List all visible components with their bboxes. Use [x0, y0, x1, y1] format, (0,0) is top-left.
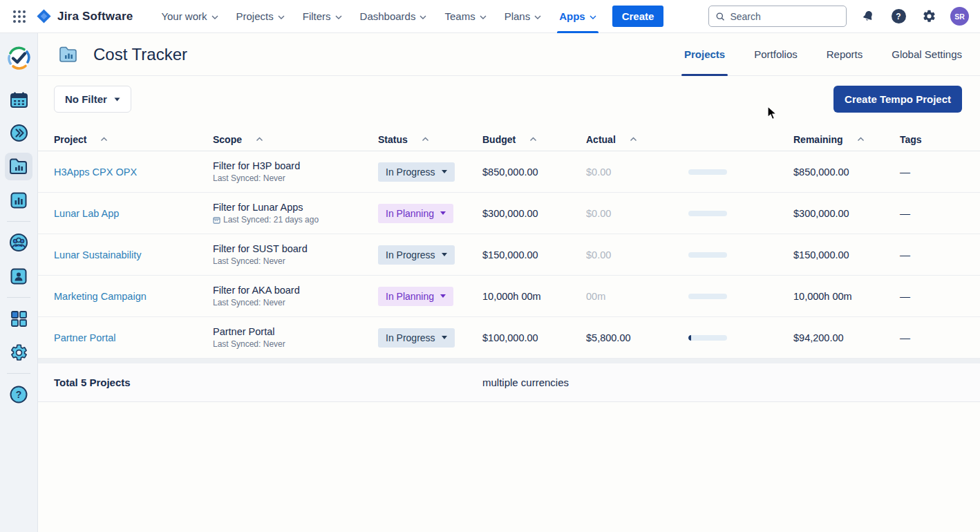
- sort-asc-icon: [422, 137, 429, 142]
- app-switcher-icon[interactable]: [8, 6, 30, 28]
- create-button[interactable]: Create: [612, 6, 664, 27]
- project-link[interactable]: Partner Portal: [54, 332, 115, 343]
- my-work-chevrons-icon[interactable]: [5, 119, 32, 146]
- budget-cell: $300,000.00: [482, 208, 586, 219]
- tags-cell: —: [900, 166, 980, 178]
- tempo-sidebar: ?: [0, 33, 38, 532]
- teams-icon[interactable]: [5, 229, 32, 256]
- budget-total-note: multiple currencies: [482, 377, 600, 388]
- sort-asc-icon: [256, 137, 263, 142]
- remaining-cell: $150,000.00: [793, 249, 900, 260]
- project-link[interactable]: Lunar Lab App: [54, 208, 119, 219]
- accounts-icon[interactable]: [5, 263, 32, 290]
- jira-logo[interactable]: Jira Software: [36, 8, 133, 24]
- tab-projects[interactable]: Projects: [684, 33, 725, 76]
- tab-reports[interactable]: Reports: [827, 33, 863, 76]
- col-header-tags: Tags: [900, 134, 980, 145]
- sort-asc-icon: [857, 137, 865, 142]
- caret-down-icon: [442, 253, 447, 256]
- tags-cell: —: [900, 290, 980, 302]
- sort-asc-icon: [100, 137, 108, 142]
- search-input[interactable]: [730, 11, 839, 22]
- reports-chart-icon[interactable]: [5, 187, 32, 214]
- col-header-status[interactable]: Status: [378, 134, 482, 145]
- col-header-scope[interactable]: Scope: [213, 134, 378, 145]
- chevron-down-icon: [420, 15, 426, 19]
- sidebar-help-icon[interactable]: ?: [5, 381, 32, 408]
- nav-apps[interactable]: Apps: [550, 0, 605, 33]
- toolbar: No Filter Create Tempo Project: [38, 76, 980, 113]
- page-title: Cost Tracker: [93, 45, 187, 64]
- tab-portfolios[interactable]: Portfolios: [754, 33, 798, 76]
- status-dropdown[interactable]: In Progress: [378, 245, 455, 265]
- progress-bar: [688, 294, 727, 299]
- tags-cell: —: [900, 207, 980, 219]
- product-name: Jira Software: [57, 10, 133, 23]
- chevron-down-icon: [278, 15, 285, 19]
- remaining-cell: $94,200.00: [793, 332, 900, 343]
- scope-cell: Filter for AKA board Last Synced: Never: [213, 285, 378, 307]
- table-row: Partner Portal Partner Portal Last Synce…: [38, 317, 980, 359]
- status-dropdown[interactable]: In Progress: [378, 328, 455, 348]
- help-icon[interactable]: ?: [889, 8, 907, 26]
- apps-grid-icon[interactable]: [5, 305, 32, 332]
- primary-nav: Your work Projects Filters Dashboards Te…: [152, 0, 605, 33]
- scope-cell: Filter for SUST board Last Synced: Never: [213, 243, 378, 266]
- create-tempo-project-button[interactable]: Create Tempo Project: [833, 86, 962, 113]
- filter-dropdown[interactable]: No Filter: [54, 86, 131, 113]
- actual-cell: $0.00: [586, 208, 688, 219]
- nav-filters[interactable]: Filters: [294, 0, 351, 33]
- sidebar-divider: [7, 221, 30, 222]
- status-dropdown[interactable]: In Planning: [378, 287, 453, 306]
- budget-cell: $150,000.00: [482, 249, 586, 260]
- user-avatar[interactable]: SR: [950, 7, 969, 26]
- global-search[interactable]: [708, 6, 847, 27]
- project-link[interactable]: H3Apps CPX OPX: [54, 167, 137, 178]
- col-header-project[interactable]: Project: [54, 134, 213, 145]
- table-row: Marketing Campaign Filter for AKA board …: [38, 276, 980, 317]
- top-navigation-bar: Jira Software Your work Projects Filters…: [0, 0, 980, 33]
- search-icon: [716, 12, 724, 21]
- scope-cell: Filter for Lunar Apps Last Synced: 21 da…: [213, 202, 378, 225]
- tags-cell: —: [900, 332, 980, 343]
- nav-dashboards[interactable]: Dashboards: [351, 0, 436, 33]
- col-header-budget[interactable]: Budget: [482, 134, 586, 145]
- main-content: Cost Tracker Projects Portfolios Reports…: [38, 33, 980, 532]
- tempo-logo-icon[interactable]: [5, 44, 32, 72]
- project-link[interactable]: Lunar Sustainability: [54, 249, 142, 260]
- status-dropdown[interactable]: In Progress: [378, 162, 455, 182]
- calendar-icon[interactable]: [5, 86, 32, 114]
- cost-tracker-projects-icon[interactable]: [5, 153, 32, 180]
- caret-down-icon: [442, 170, 447, 173]
- progress-bar: [688, 252, 727, 258]
- scope-cell: Partner Portal Last Synced: Never: [213, 326, 378, 349]
- notifications-bell-icon[interactable]: [859, 8, 877, 26]
- sidebar-settings-gear-icon[interactable]: [5, 339, 32, 366]
- projects-table: Project Scope Status Budget Actual Remai…: [38, 128, 980, 402]
- remaining-cell: $300,000.00: [793, 208, 900, 219]
- settings-gear-icon[interactable]: [920, 8, 938, 26]
- caret-down-icon: [442, 336, 447, 339]
- table-header-row: Project Scope Status Budget Actual Remai…: [38, 128, 980, 151]
- sync-calendar-icon: [213, 216, 220, 224]
- table-row: Lunar Lab App Filter for Lunar Apps Last…: [38, 193, 980, 234]
- budget-cell: 10,000h 00m: [482, 291, 586, 302]
- actual-cell: $0.00: [586, 167, 688, 178]
- tab-global-settings[interactable]: Global Settings: [892, 33, 962, 76]
- scope-cell: Filter for H3P board Last Synced: Never: [213, 160, 378, 183]
- cost-tracker-app-icon: [59, 46, 78, 63]
- nav-your-work[interactable]: Your work: [152, 0, 227, 33]
- nav-projects[interactable]: Projects: [227, 0, 294, 33]
- nav-teams[interactable]: Teams: [435, 0, 495, 33]
- chevron-down-icon: [590, 15, 596, 19]
- caret-down-icon: [440, 211, 446, 215]
- col-header-actual[interactable]: Actual: [586, 134, 688, 145]
- remaining-cell: 10,000h 00m: [793, 291, 900, 302]
- col-header-remaining[interactable]: Remaining: [793, 134, 900, 145]
- project-link[interactable]: Marketing Campaign: [54, 291, 147, 302]
- nav-plans[interactable]: Plans: [496, 0, 551, 33]
- page-tabs: Projects Portfolios Reports Global Setti…: [684, 33, 962, 76]
- status-dropdown[interactable]: In Planning: [378, 204, 453, 223]
- table-footer-gap: [38, 359, 980, 363]
- topbar-right-cluster: ? SR: [708, 6, 980, 27]
